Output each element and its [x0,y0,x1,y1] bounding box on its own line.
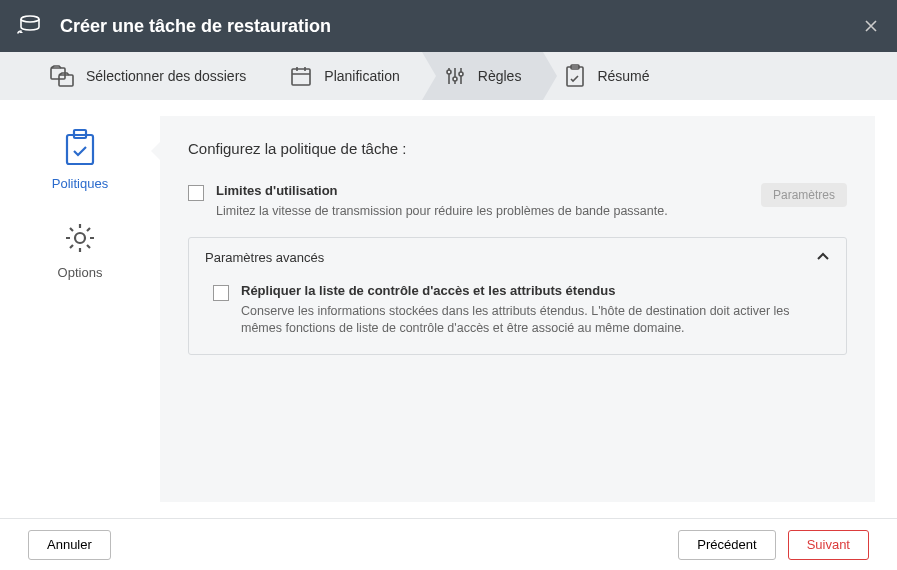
step-rules[interactable]: Règles [422,52,544,100]
dialog-title: Créer une tâche de restauration [60,16,861,37]
dialog-header: Créer une tâche de restauration [0,0,897,52]
option-replicate-acl: Répliquer la liste de contrôle d'accès e… [205,283,830,338]
close-button[interactable] [861,16,881,36]
sidebar-item-label: Options [58,265,103,280]
step-select-folders[interactable]: Sélectionner des dossiers [28,52,268,100]
usage-limits-checkbox[interactable] [188,185,204,201]
previous-button[interactable]: Précédent [678,530,775,560]
next-button[interactable]: Suivant [788,530,869,560]
usage-limits-settings-button: Paramètres [761,183,847,207]
svg-point-6 [459,72,463,76]
settings-sidebar: Politiques Options [0,100,160,518]
advanced-settings-title: Paramètres avancés [205,250,324,265]
svg-point-11 [75,233,85,243]
svg-rect-2 [59,75,73,86]
replicate-acl-label: Répliquer la liste de contrôle d'accès e… [241,283,830,298]
dialog-footer: Annuler Précédent Suivant [0,518,897,570]
wizard-stepper: Sélectionner des dossiers Planification … [0,52,897,100]
step-summary[interactable]: Résumé [543,52,671,100]
replicate-acl-checkbox[interactable] [213,285,229,301]
sidebar-item-options[interactable]: Options [58,221,103,280]
svg-rect-3 [292,69,310,85]
usage-limits-label: Limites d'utilisation [216,183,749,198]
main-panel: Configurez la politique de tâche : Limit… [160,116,875,502]
advanced-settings-toggle[interactable]: Paramètres avancés [189,238,846,277]
step-label: Planification [324,68,400,84]
svg-rect-7 [567,67,583,86]
step-label: Sélectionner des dossiers [86,68,246,84]
svg-point-0 [21,16,39,22]
step-label: Règles [478,68,522,84]
svg-point-5 [453,77,457,81]
panel-title: Configurez la politique de tâche : [188,140,847,157]
step-label: Résumé [597,68,649,84]
option-usage-limits: Limites d'utilisation Limitez la vitesse… [188,183,847,221]
svg-rect-9 [67,135,93,164]
chevron-up-icon [816,250,830,265]
sidebar-item-policies[interactable]: Politiques [52,128,108,191]
restore-task-icon [16,12,44,40]
usage-limits-desc: Limitez la vitesse de transmission pour … [216,203,749,221]
sidebar-item-label: Politiques [52,176,108,191]
replicate-acl-desc: Conserve les informations stockées dans … [241,303,830,338]
cancel-button[interactable]: Annuler [28,530,111,560]
advanced-settings-box: Paramètres avancés Répliquer la liste de… [188,237,847,355]
step-schedule[interactable]: Planification [268,52,422,100]
svg-point-4 [447,70,451,74]
